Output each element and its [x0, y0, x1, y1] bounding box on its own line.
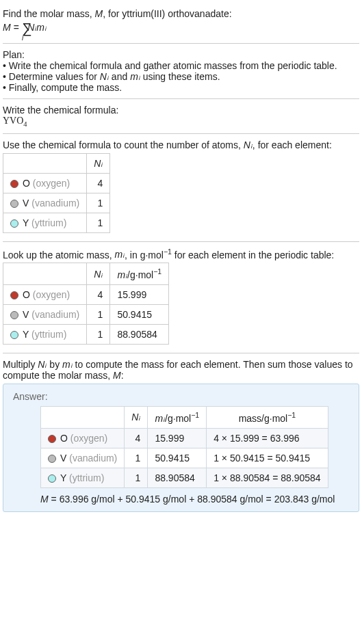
eq-sigma-sub: i	[22, 34, 23, 42]
chemical-formula-section: Write the chemical formula: YVO4	[3, 99, 359, 134]
plan-b2-v1: Nᵢ	[100, 71, 109, 82]
table-header: Nᵢ mᵢ/g·mol−1 mass/g·mol−1	[41, 407, 328, 429]
table-row: O (oxygen) 4 15.999	[3, 285, 169, 305]
mass-text-sup: −1	[164, 247, 172, 256]
element-name: (oxygen)	[30, 178, 70, 189]
final-var: M	[40, 494, 49, 505]
table-row: O (oxygen) 4	[3, 173, 110, 193]
th-mi-var: mᵢ	[155, 413, 165, 424]
table-row: V (vanadium) 1 50.9415 1 × 50.9415 = 50.…	[41, 448, 328, 468]
table-row: Y (yttrium) 1 88.90584 1 × 88.90584 = 88…	[41, 468, 328, 487]
calc-cell: 1 × 88.90584 = 88.90584	[207, 468, 328, 487]
table-row: Y (yttrium) 1	[3, 213, 110, 232]
th-Ni: Nᵢ	[87, 153, 110, 173]
intro-text: Find the molar mass, M, for yttrium(III)…	[3, 8, 359, 19]
element-symbol: V	[23, 198, 29, 209]
calc-cell: 4 × 15.999 = 63.996	[207, 428, 328, 448]
th-mi-sup: −1	[191, 411, 199, 419]
mass-text: Look up the atomic mass, mᵢ, in g·mol−1 …	[3, 247, 359, 260]
element-symbol: Y	[60, 472, 66, 483]
th-mass-sup: −1	[287, 411, 296, 419]
intro-var-M: M	[95, 8, 103, 19]
multiply-text: Multiply Nᵢ by mᵢ to compute the mass fo…	[3, 359, 359, 381]
plan-b2-a: • Determine values for	[3, 71, 100, 82]
th-mass-unit: mass/g·mol	[239, 413, 288, 424]
th-mi-var: mᵢ	[117, 269, 127, 280]
element-symbol: V	[23, 309, 29, 320]
final-equation: M = 63.996 g/mol + 50.9415 g/mol + 88.90…	[40, 494, 349, 505]
mass-text-a: Look up the atomic mass,	[3, 249, 114, 260]
count-section: Use the chemical formula to count the nu…	[3, 134, 359, 242]
table-header: Nᵢ	[3, 153, 110, 173]
intro-text-b: , for yttrium(III) orthovanadate:	[103, 8, 231, 19]
m-cell: 88.90584	[148, 468, 207, 487]
th-mi-unit: /g·mol	[165, 413, 191, 424]
n-cell: 1	[87, 305, 110, 325]
element-name: (oxygen)	[30, 289, 70, 300]
count-text-a: Use the chemical formula to count the nu…	[3, 139, 244, 150]
intro-text-a: Find the molar mass,	[3, 8, 95, 19]
mass-text-var: mᵢ	[114, 249, 125, 260]
mass-table: Nᵢ mᵢ/g·mol−1 O (oxygen) 4 15.999 V (van…	[3, 263, 169, 345]
formula-base: YVO	[3, 116, 23, 126]
formula-title: Write the chemical formula:	[3, 105, 359, 116]
element-cell: Y (yttrium)	[41, 468, 125, 487]
element-name: (yttrium)	[29, 329, 66, 340]
m-cell: 88.90584	[110, 325, 169, 345]
plan-bullet-1: • Write the chemical formula and gather …	[3, 60, 359, 71]
th-empty	[41, 407, 125, 429]
th-mi: mᵢ/g·mol−1	[110, 263, 169, 285]
n-cell: 1	[87, 193, 110, 213]
element-cell: O (oxygen)	[41, 428, 125, 448]
table-row: V (vanadium) 1 50.9415	[3, 305, 169, 325]
n-cell: 4	[87, 285, 110, 305]
element-name: (yttrium)	[29, 217, 66, 228]
m-cell: 15.999	[110, 285, 169, 305]
plan-b2-v2: mᵢ	[130, 71, 140, 82]
element-dot-icon	[48, 474, 56, 483]
formula-sub: 4	[23, 120, 27, 128]
chemical-formula: YVO4	[3, 116, 359, 128]
m-cell: 15.999	[148, 428, 207, 448]
element-name: (yttrium)	[66, 472, 104, 483]
element-dot-icon	[10, 180, 18, 188]
element-cell: V (vanadium)	[3, 305, 87, 325]
element-dot-icon	[48, 455, 56, 463]
plan-b2-c: using these items.	[140, 71, 220, 82]
answer-box: Answer: Nᵢ mᵢ/g·mol−1 mass/g·mol−1 O (ox…	[3, 384, 359, 512]
th-Ni: Nᵢ	[87, 263, 110, 285]
mass-text-c: for each element in the periodic table:	[172, 249, 334, 260]
n-cell: 1	[87, 325, 110, 345]
n-cell: 1	[125, 468, 148, 487]
th-Ni: Nᵢ	[125, 407, 148, 429]
mt-v3: M	[113, 370, 121, 381]
mt-a: Multiply	[3, 359, 38, 370]
element-dot-icon	[10, 291, 18, 299]
element-cell: O (oxygen)	[3, 285, 87, 305]
mt-v2: mᵢ	[62, 359, 73, 370]
count-text-var: Nᵢ	[244, 139, 253, 150]
element-cell: Y (yttrium)	[3, 213, 87, 232]
element-name: (vanadium)	[29, 198, 79, 209]
element-name: (oxygen)	[68, 433, 107, 444]
element-dot-icon	[10, 219, 18, 228]
plan-title: Plan:	[3, 49, 359, 60]
table-row: O (oxygen) 4 15.999 4 × 15.999 = 63.996	[41, 428, 328, 448]
answer-table: Nᵢ mᵢ/g·mol−1 mass/g·mol−1 O (oxygen) 4 …	[40, 406, 328, 488]
th-empty	[3, 153, 87, 173]
element-dot-icon	[48, 435, 56, 443]
n-cell: 1	[125, 448, 148, 468]
n-cell: 1	[87, 213, 110, 232]
eq-eq: =	[11, 22, 22, 33]
mass-section: Look up the atomic mass, mᵢ, in g·mol−1 …	[3, 242, 359, 353]
plan-bullet-3: • Finally, compute the mass.	[3, 82, 359, 93]
n-cell: 4	[87, 173, 110, 193]
element-cell: V (vanadium)	[3, 193, 87, 213]
element-symbol: V	[60, 453, 66, 464]
multiply-section: Multiply Nᵢ by mᵢ to compute the mass fo…	[3, 353, 359, 518]
element-name: (vanadium)	[29, 309, 79, 320]
th-mass: mass/g·mol−1	[207, 407, 328, 429]
m-cell: 50.9415	[110, 305, 169, 325]
plan-bullet-2: • Determine values for Nᵢ and mᵢ using t…	[3, 71, 359, 82]
mt-d: :	[121, 370, 124, 381]
